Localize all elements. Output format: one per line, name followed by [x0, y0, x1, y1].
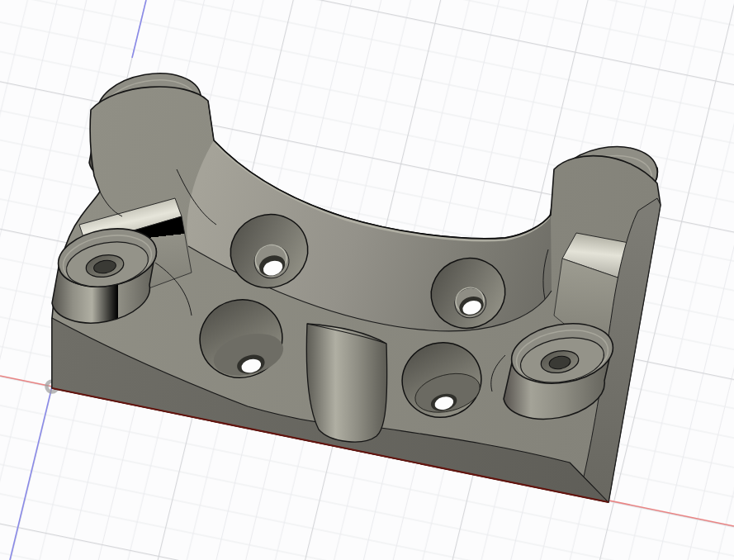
front-bump[interactable]	[306, 324, 386, 442]
viewport-canvas[interactable]	[0, 0, 734, 560]
